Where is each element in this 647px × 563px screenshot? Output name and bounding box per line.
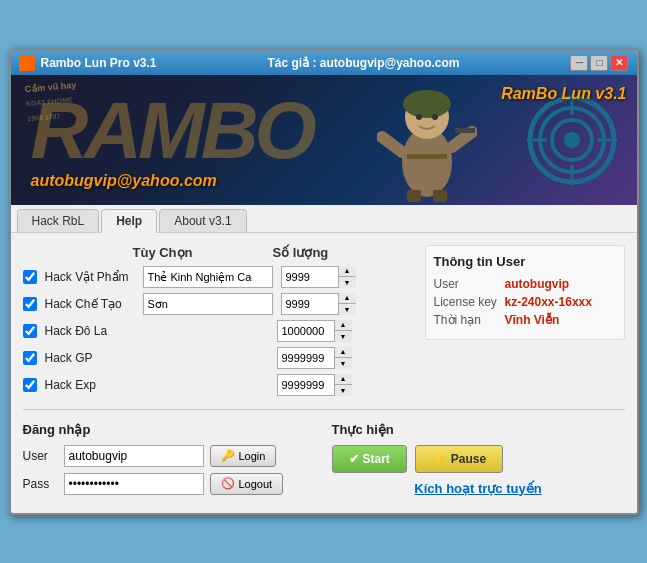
left-panel: Tùy Chọn Số lượng Hack Vật Phẩm Thẻ Kinh… [23,245,409,401]
user-label: User [434,277,499,291]
vat-pham-checkbox[interactable] [23,270,37,284]
banner: RAMBO Cầm vũ hay KOAT FHOME1908 1787 [11,75,637,205]
vat-pham-up[interactable]: ▲ [339,266,356,278]
title-bar: Rambo Lun Pro v3.1 Tác giả : autobugvip@… [11,51,637,75]
title-controls: ─ □ ✕ [570,55,628,71]
login-pass-row: Pass 🚫 Logout [23,473,316,495]
login-title: Đăng nhập [23,422,316,437]
license-value: kz-240xx-16xxx [505,295,592,309]
login-icon: 🔑 [221,449,235,462]
vat-pham-arrows: ▲ ▼ [338,266,356,288]
tab-about[interactable]: About v3.1 [159,209,246,232]
gp-spinbox: ▲ ▼ [277,347,352,369]
che-tao-down[interactable]: ▼ [339,304,356,315]
table-row: Hack Đô La ▲ ▼ [23,320,409,342]
banner-email: autobugvip@yahoo.com [31,172,217,190]
table-row: Hack Chế Tạo Sơn ▲ ▼ [23,293,409,315]
close-button[interactable]: ✕ [610,55,628,71]
do-la-arrows: ▲ ▼ [334,320,352,342]
gp-label: Hack GP [45,351,135,365]
user-info-title: Thông tin User [434,254,616,269]
login-button[interactable]: 🔑 Login [210,445,277,467]
logout-button[interactable]: 🚫 Logout [210,473,284,495]
login-section: Đăng nhập User 🔑 Login Pass 🚫 Logout [23,422,316,501]
table-row: Hack GP ▲ ▼ [23,347,409,369]
login-label-text: Login [239,450,266,462]
vat-pham-down[interactable]: ▼ [339,277,356,288]
gp-down[interactable]: ▼ [335,358,352,369]
col-option-header: Tùy Chọn [133,245,193,260]
action-buttons: ✔ Start ⚡ Pause [332,445,625,473]
exp-up[interactable]: ▲ [335,374,352,386]
svg-line-14 [452,132,472,147]
login-user-input[interactable] [64,445,204,467]
pause-button[interactable]: ⚡ Pause [415,445,503,473]
svg-rect-15 [455,128,475,133]
action-section: Thực hiện ✔ Start ⚡ Pause Kích hoạt trực… [332,422,625,501]
start-icon: ✔ [349,452,359,466]
vat-pham-select-wrapper: Thẻ Kinh Nghiệm Cao [143,266,273,288]
tab-help[interactable]: Help [101,209,157,233]
login-user-row: User 🔑 Login [23,445,316,467]
table-header: Tùy Chọn Số lượng [23,245,409,260]
target-circle [527,95,617,185]
tab-hackrbl[interactable]: Hack RbL [17,209,100,232]
exp-label: Hack Exp [45,378,135,392]
banner-content: RAMBO Cầm vũ hay KOAT FHOME1908 1787 [11,75,637,205]
banner-soldier [377,82,477,205]
che-tao-checkbox[interactable] [23,297,37,311]
expire-label: Thời hạn [434,313,499,327]
maximize-button[interactable]: □ [590,55,608,71]
tab-bar: Hack RbL Help About v3.1 [11,205,637,233]
title-left: Rambo Lun Pro v3.1 [41,56,157,70]
user-info-user-row: User autobugvip [434,277,616,291]
expire-value: Vĩnh Viễn [505,313,560,327]
start-label: Start [363,452,390,466]
exp-checkbox[interactable] [23,378,37,392]
logout-icon: 🚫 [221,477,235,490]
exp-down[interactable]: ▼ [335,385,352,396]
che-tao-select[interactable]: Sơn [143,293,273,315]
banner-graffiti: Cầm vũ hay KOAT FHOME1908 1787 [24,77,79,124]
svg-rect-17 [433,190,447,202]
start-button[interactable]: ✔ Start [332,445,407,473]
app-icon [19,55,35,71]
che-tao-arrows: ▲ ▼ [338,293,356,315]
divider [23,409,625,410]
action-title: Thực hiện [332,422,625,437]
che-tao-select-wrapper: Sơn [143,293,273,315]
user-info-box: Thông tin User User autobugvip License k… [425,245,625,340]
exp-arrows: ▲ ▼ [334,374,352,396]
table-row: Hack Vật Phẩm Thẻ Kinh Nghiệm Cao ▲ ▼ [23,266,409,288]
title-bar-left: Rambo Lun Pro v3.1 [19,55,157,71]
pause-label: Pause [451,452,486,466]
do-la-down[interactable]: ▼ [335,331,352,342]
che-tao-up[interactable]: ▲ [339,293,356,305]
svg-point-11 [416,114,422,120]
login-pass-input[interactable] [64,473,204,495]
vat-pham-spinbox: ▲ ▼ [281,266,356,288]
activate-link[interactable]: Kích hoạt trực tuyến [332,481,625,496]
pause-icon: ⚡ [432,452,447,466]
gp-up[interactable]: ▲ [335,347,352,359]
vat-pham-select[interactable]: Thẻ Kinh Nghiệm Cao [143,266,273,288]
do-la-checkbox[interactable] [23,324,37,338]
do-la-spinbox: ▲ ▼ [277,320,352,342]
banner-brand: RamBo Lun v3.1 [501,85,626,103]
sections-bottom: Đăng nhập User 🔑 Login Pass 🚫 Logout [23,422,625,501]
minimize-button[interactable]: ─ [570,55,588,71]
do-la-label: Hack Đô La [45,324,135,338]
gp-checkbox[interactable] [23,351,37,365]
vat-pham-label: Hack Vật Phẩm [45,270,135,284]
license-label: License key [434,295,499,309]
user-info-license-row: License key kz-240xx-16xxx [434,295,616,309]
exp-spinbox: ▲ ▼ [277,374,352,396]
main-area: Tùy Chọn Số lượng Hack Vật Phẩm Thẻ Kinh… [23,245,625,401]
right-panel: Thông tin User User autobugvip License k… [425,245,625,401]
svg-point-3 [564,132,580,148]
do-la-up[interactable]: ▲ [335,320,352,332]
table-row: Hack Exp ▲ ▼ [23,374,409,396]
user-value: autobugvip [505,277,570,291]
title-center: Tác giả : autobugvip@yahoo.com [267,56,459,70]
svg-line-13 [382,137,402,152]
